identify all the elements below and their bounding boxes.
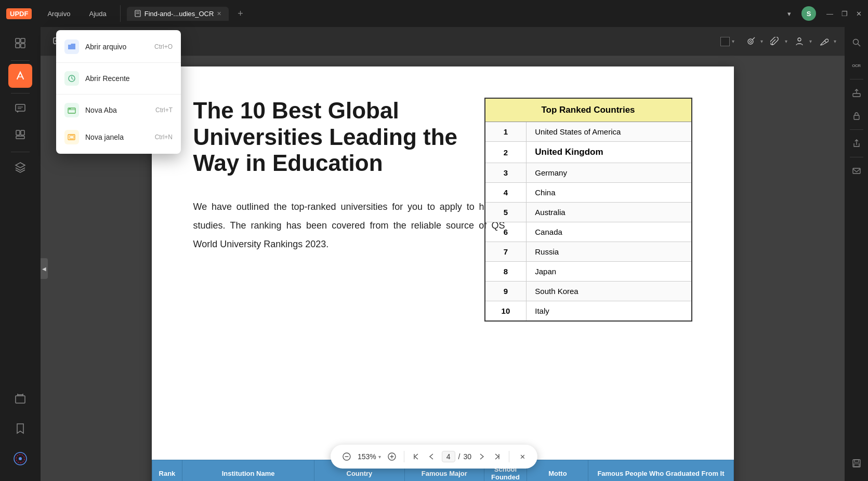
close-nav-btn[interactable]: ✕ <box>516 450 529 463</box>
new-window-icon <box>64 130 79 144</box>
svg-point-27 <box>798 38 801 41</box>
table-row: 8 Japan <box>485 262 692 282</box>
current-page[interactable]: 4 <box>442 451 455 462</box>
sidebar-icon-stack[interactable] <box>8 386 32 410</box>
right-divider-1 <box>850 79 863 79</box>
paperclip-icon <box>770 37 780 46</box>
ranked-table-header: Top Ranked Countries <box>485 98 692 122</box>
sidebar-icon-ai[interactable] <box>8 447 32 471</box>
person-btn[interactable] <box>791 33 808 50</box>
paperclip-btn[interactable] <box>766 33 784 50</box>
country-cell: Russia <box>527 242 692 262</box>
last-page-btn[interactable] <box>489 449 505 464</box>
open-recent-label: Abrir Recente <box>85 74 130 83</box>
mail-icon <box>852 166 861 176</box>
folder-icon <box>68 43 76 51</box>
right-share-btn[interactable] <box>847 134 866 153</box>
pdf-body: We have outlined the top-ranked universi… <box>193 197 505 253</box>
rank-cell: 2 <box>485 142 527 163</box>
rank-cell: 8 <box>485 262 527 282</box>
zoom-out-icon <box>343 452 351 461</box>
tab-close-btn[interactable]: ✕ <box>217 10 221 17</box>
sidebar-icon-layers[interactable] <box>8 155 32 179</box>
tab-arquivo[interactable]: Arquivo <box>40 7 77 21</box>
svg-rect-14 <box>16 396 25 403</box>
new-tab-item[interactable]: Nova Aba Ctrl+T <box>56 97 181 124</box>
minimize-dropdown-btn[interactable]: ▾ <box>783 8 795 20</box>
close-button[interactable]: ✕ <box>856 10 862 18</box>
pen-arrow: ▾ <box>834 38 836 44</box>
new-window-item[interactable]: Nova janela Ctrl+N <box>56 124 181 151</box>
color-arrow: ▾ <box>732 38 734 44</box>
sidebar-icon-pages[interactable] <box>8 31 32 55</box>
right-ocr-btn[interactable]: OCR <box>847 56 866 75</box>
ranked-table: Top Ranked Countries 1 United States of … <box>484 98 692 322</box>
sidebar-toggle-btn[interactable]: ◀ <box>41 258 48 279</box>
maximize-button[interactable]: ❐ <box>841 10 848 18</box>
tab-ajuda[interactable]: Ajuda <box>82 7 113 21</box>
next-page-btn[interactable] <box>474 449 489 464</box>
svg-rect-33 <box>853 168 860 173</box>
right-sidebar: OCR <box>845 27 868 481</box>
right-export-btn[interactable] <box>847 84 866 102</box>
highlight-icon <box>15 70 26 82</box>
new-tab-shortcut: Ctrl+T <box>155 106 173 114</box>
prev-page-icon <box>428 453 436 460</box>
right-divider-2 <box>850 129 863 130</box>
sidebar-icon-bookmark[interactable] <box>8 417 32 440</box>
left-sidebar <box>0 27 41 481</box>
right-lock-btn[interactable] <box>847 106 866 125</box>
tab-doc[interactable]: Find-and-...udies_OCR ✕ <box>127 7 229 21</box>
svg-rect-13 <box>16 136 24 139</box>
pdf-page: The 10 Best Global Universities Leading … <box>152 66 734 481</box>
clock-icon <box>68 74 76 83</box>
svg-rect-32 <box>854 115 859 119</box>
rank-cell: 7 <box>485 242 527 262</box>
svg-point-20 <box>19 457 22 460</box>
pen-btn[interactable] <box>815 33 833 50</box>
dropdown-divider-1 <box>56 62 181 63</box>
add-tab-button[interactable]: + <box>233 6 247 21</box>
paperclip-arrow: ▾ <box>785 38 787 44</box>
right-search-btn[interactable] <box>847 33 866 52</box>
dropdown-menu: Abrir arquivo Ctrl+O Abrir Recente Nova … <box>56 30 181 154</box>
right-mail-btn[interactable] <box>847 162 866 180</box>
tab-ajuda-label: Ajuda <box>89 10 106 18</box>
zoom-out-btn[interactable] <box>339 449 354 464</box>
prev-page-btn[interactable] <box>424 449 440 464</box>
sidebar-icon-organize[interactable] <box>8 123 32 146</box>
new-tab-icon <box>64 103 79 117</box>
rank-cell: 9 <box>485 282 527 301</box>
first-page-btn[interactable] <box>409 449 424 464</box>
color-picker-btn[interactable]: ▾ <box>716 35 739 48</box>
sidebar-divider-3 <box>11 152 30 152</box>
rank-cell: 1 <box>485 122 527 142</box>
dropdown-divider-2 <box>56 94 181 95</box>
open-recent-item[interactable]: Abrir Recente <box>56 65 181 92</box>
organize-icon <box>15 129 26 140</box>
brush-tool-btn[interactable] <box>742 33 759 50</box>
country-cell: Germany <box>527 163 692 183</box>
pen-icon <box>819 37 828 46</box>
right-save-btn[interactable] <box>847 454 866 473</box>
minimize-button[interactable]: — <box>826 10 833 18</box>
tab-arquivo-label: Arquivo <box>47 10 70 18</box>
svg-rect-11 <box>16 130 20 135</box>
open-recent-icon <box>64 71 79 86</box>
sidebar-icon-comment[interactable] <box>8 97 32 121</box>
country-cell: Italy <box>527 301 692 322</box>
table-row: 1 United States of America <box>485 122 692 142</box>
new-tab-label: Nova Aba <box>85 106 117 114</box>
svg-rect-31 <box>853 93 860 97</box>
svg-rect-40 <box>70 136 74 139</box>
sidebar-icon-highlight[interactable] <box>8 64 32 88</box>
rank-cell: 3 <box>485 163 527 183</box>
open-file-item[interactable]: Abrir arquivo Ctrl+O <box>56 33 181 60</box>
doc-icon <box>134 10 141 17</box>
zoom-in-btn[interactable] <box>384 449 400 464</box>
country-cell: United Kingdom <box>527 142 692 163</box>
pages-icon <box>15 37 26 49</box>
svg-line-26 <box>753 37 755 39</box>
user-avatar[interactable]: S <box>801 6 816 21</box>
zoom-arrow[interactable]: ▾ <box>378 454 381 460</box>
